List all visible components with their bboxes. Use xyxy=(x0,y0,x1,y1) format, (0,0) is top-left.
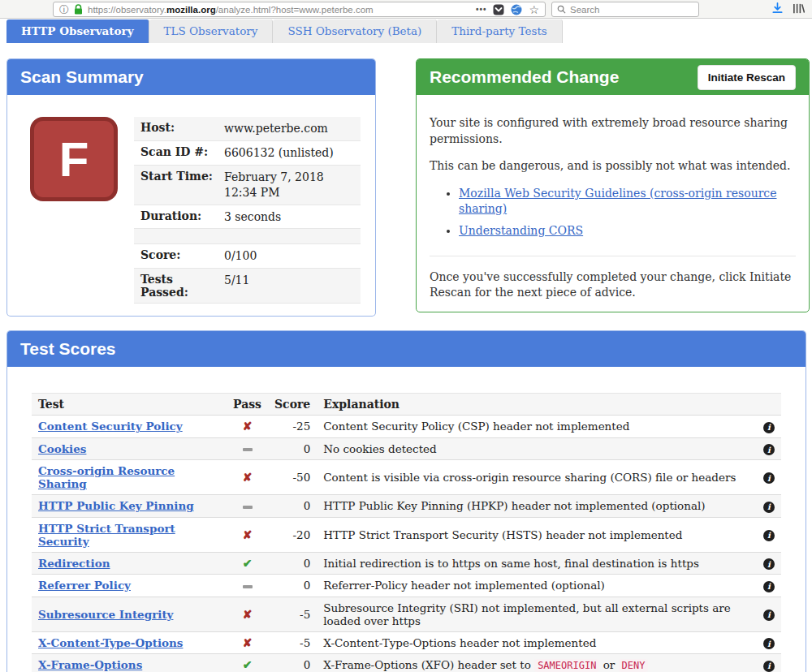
list-item: Mozilla Web Security Guidelines (cross-o… xyxy=(459,186,796,218)
test-link[interactable]: X-Frame-Options xyxy=(38,658,142,671)
test-scores-panel: Test Scores Test Pass Score Explanation … xyxy=(6,330,806,672)
fail-x-icon: ✘ xyxy=(243,608,253,621)
info-icon[interactable]: i xyxy=(763,661,775,672)
downloads-icon[interactable] xyxy=(771,2,784,15)
understanding-cors-link[interactable]: Understanding CORS xyxy=(459,224,583,237)
https-lock-icon[interactable] xyxy=(74,4,83,15)
search-bar[interactable] xyxy=(551,2,699,17)
recommended-change-header: Recommended Change Initiate Rescan xyxy=(417,59,809,95)
info-icon[interactable]: i xyxy=(763,502,775,513)
score-value: 0 xyxy=(268,575,317,597)
test-row: HTTP Public Key Pinning0HTTP Public Key … xyxy=(32,495,781,518)
header-value-code: SAMEORIGIN xyxy=(534,659,599,672)
summary-row xyxy=(134,229,361,244)
test-link[interactable]: Subresource Integrity xyxy=(38,608,173,621)
info-icon[interactable]: i xyxy=(763,444,775,455)
url-text: https://observatory.mozilla.org/analyze.… xyxy=(88,5,374,15)
score-value: 0 xyxy=(268,654,317,672)
test-link[interactable]: HTTP Strict Transport Security xyxy=(38,522,175,548)
info-icon[interactable]: i xyxy=(763,472,775,484)
column-header-test: Test xyxy=(32,394,227,416)
url-bar[interactable]: ⓘ https://observatory.mozilla.org/analyz… xyxy=(53,2,546,17)
summary-label xyxy=(140,233,224,239)
neutral-dash-icon xyxy=(243,585,253,588)
fail-x-icon: ✘ xyxy=(243,420,253,433)
explanation-text: X-Frame-Options (XFO) header set to SAME… xyxy=(317,654,757,672)
info-icon[interactable]: i xyxy=(763,610,775,621)
score-value: -5 xyxy=(268,631,317,654)
tab-http-observatory[interactable]: HTTP Observatory xyxy=(6,19,149,43)
test-row: Cookies0No cookies detectedi xyxy=(32,437,781,460)
info-icon[interactable]: i xyxy=(763,422,775,433)
summary-label: Start Time: xyxy=(140,170,224,200)
list-item: Understanding CORS xyxy=(459,223,796,239)
test-scores-header: Test Scores xyxy=(7,331,806,367)
score-value: -20 xyxy=(268,517,317,552)
bookmark-star-icon[interactable]: ☆ xyxy=(529,4,539,15)
summary-label: Scan ID #: xyxy=(140,145,224,161)
guidelines-link[interactable]: Mozilla Web Security Guidelines (cross-o… xyxy=(459,187,776,216)
test-link[interactable]: Cookies xyxy=(38,442,86,455)
test-row: Referrer Policy0Referrer-Policy header n… xyxy=(32,575,781,597)
summary-row: Duration:3 seconds xyxy=(134,205,361,230)
explanation-text: HTTP Strict Transport Security (HSTS) he… xyxy=(317,517,757,552)
search-input[interactable] xyxy=(570,5,676,15)
score-value: 0 xyxy=(268,495,317,518)
summary-value: 6606132 (unlisted) xyxy=(224,145,354,161)
page-info-icon[interactable]: ⓘ xyxy=(59,5,69,15)
fail-x-icon: ✘ xyxy=(243,471,253,484)
fail-x-icon: ✘ xyxy=(243,528,253,541)
test-link[interactable]: Cross-origin Resource Sharing xyxy=(38,464,175,490)
summary-label: Duration: xyxy=(140,209,224,225)
info-icon[interactable]: i xyxy=(763,638,775,649)
summary-row: Host:www.peterbe.com xyxy=(134,117,361,141)
recommendation-paragraph: Your site is configured with extremely b… xyxy=(430,115,796,147)
table-header-row: Test Pass Score Explanation xyxy=(32,394,781,416)
info-icon[interactable]: i xyxy=(763,581,775,592)
scan-summary-title: Scan Summary xyxy=(20,67,144,87)
info-icon[interactable]: i xyxy=(763,558,775,570)
pocket-icon[interactable] xyxy=(493,4,504,15)
test-row: Content Security Policy✘-25Content Secur… xyxy=(32,416,781,438)
score-value: 0 xyxy=(268,552,317,575)
recommended-change-panel: Recommended Change Initiate Rescan Your … xyxy=(416,58,810,312)
explanation-text: HTTP Public Key Pinning (HPKP) header no… xyxy=(317,495,757,518)
test-link[interactable]: HTTP Public Key Pinning xyxy=(38,499,194,512)
tab-tls-observatory[interactable]: TLS Observatory xyxy=(149,19,274,43)
fail-x-icon: ✘ xyxy=(243,636,253,649)
explanation-text: Subresource Integrity (SRI) not implemen… xyxy=(317,597,757,631)
test-link[interactable]: Content Security Policy xyxy=(38,420,183,433)
summary-value: February 7, 2018 12:34 PM xyxy=(224,170,354,200)
column-header-info xyxy=(757,394,781,416)
divider xyxy=(430,256,796,256)
test-scores-title: Test Scores xyxy=(20,339,116,359)
library-icon[interactable] xyxy=(793,2,805,15)
test-row: X-Frame-Options✔0X-Frame-Options (XFO) h… xyxy=(32,654,781,672)
tab-third-party-tests[interactable]: Third-party Tests xyxy=(437,19,562,43)
test-link[interactable]: Referrer Policy xyxy=(38,579,131,592)
tab-ssh-observatory[interactable]: SSH Observatory (Beta) xyxy=(273,19,437,43)
header-value-code: DENY xyxy=(619,659,649,672)
pass-check-icon: ✔ xyxy=(243,557,253,570)
initiate-rescan-button[interactable]: Initiate Rescan xyxy=(698,65,796,90)
test-row: X-Content-Type-Options✘-5X-Content-Type-… xyxy=(32,631,781,654)
explanation-text: Content is visible via cross-origin reso… xyxy=(317,460,757,495)
summary-value: www.peterbe.com xyxy=(224,121,354,136)
globe-extension-icon[interactable] xyxy=(511,4,522,15)
explanation-text: Initial redirection is to https on same … xyxy=(317,552,757,575)
test-link[interactable]: Redirection xyxy=(38,557,110,570)
grade-badge: F xyxy=(30,117,118,201)
summary-row: Tests Passed:5/11 xyxy=(134,269,361,304)
page-actions-menu-icon[interactable]: ••• xyxy=(476,6,487,14)
summary-row: Start Time:February 7, 2018 12:34 PM xyxy=(134,166,361,205)
summary-value: 3 seconds xyxy=(224,209,354,225)
scan-summary-panel: Scan Summary F Host:www.peterbe.comScan … xyxy=(6,58,376,317)
summary-label: Tests Passed: xyxy=(140,273,224,299)
summary-value xyxy=(224,233,354,239)
recommendation-links: Mozilla Web Security Guidelines (cross-o… xyxy=(439,186,796,239)
pass-check-icon: ✔ xyxy=(243,658,253,671)
test-link[interactable]: X-Content-Type-Options xyxy=(38,636,183,649)
summary-value: 5/11 xyxy=(224,273,354,299)
info-icon[interactable]: i xyxy=(763,530,775,541)
neutral-dash-icon xyxy=(243,506,253,509)
